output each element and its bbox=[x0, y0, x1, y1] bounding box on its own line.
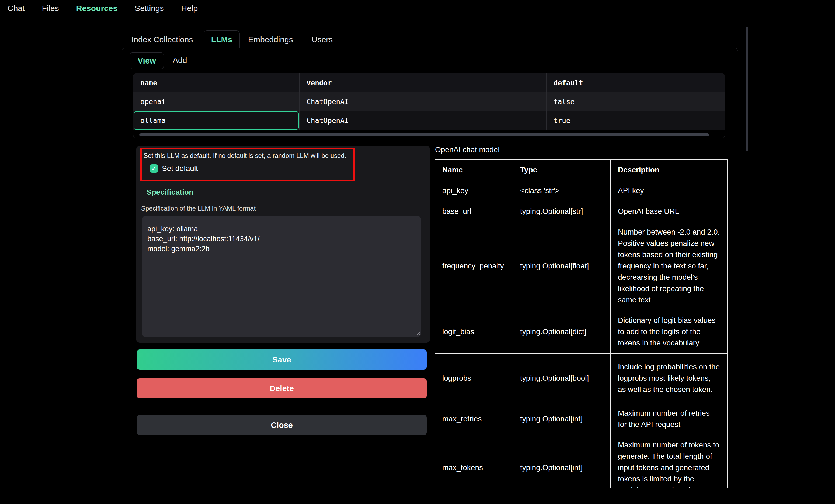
tab-index-collections[interactable]: Index Collections bbox=[131, 35, 193, 45]
param-row: base_urltyping.Optional[str]OpenAI base … bbox=[435, 201, 727, 222]
default-note-text: Set this LLM as default. If no default i… bbox=[144, 152, 354, 160]
param-name: api_key bbox=[435, 180, 513, 201]
param-header-type: Type bbox=[513, 160, 611, 180]
llm-list-grid: name vendor default openai ChatOpenAI fa… bbox=[133, 74, 725, 130]
param-description: Maximum number of tokens to generate. Th… bbox=[611, 435, 727, 488]
param-type: <class 'str'> bbox=[513, 180, 611, 201]
param-row: max_tokenstyping.Optional[int]Maximum nu… bbox=[435, 435, 727, 488]
yaml-specification-input[interactable]: api_key: ollama base_url: http://localho… bbox=[142, 216, 421, 337]
delete-button[interactable]: Delete bbox=[137, 378, 427, 398]
param-type: typing.Optional[float] bbox=[513, 222, 611, 310]
param-description: Maximum number of retries for the API re… bbox=[611, 403, 727, 435]
param-description: OpenAI base URL bbox=[611, 201, 727, 222]
param-header-description: Description bbox=[611, 160, 727, 180]
app-screen: Chat Files Resources Settings Help Index… bbox=[0, 0, 835, 504]
llm-row-openai-default[interactable]: false bbox=[546, 92, 725, 111]
tab-llms-label: LLMs bbox=[211, 35, 232, 44]
tab-users[interactable]: Users bbox=[312, 35, 333, 45]
llm-row-openai-name[interactable]: openai bbox=[133, 92, 299, 111]
model-info-table: Name Type Description api_key<class 'str… bbox=[435, 160, 728, 488]
param-row: max_retriestyping.Optional[int]Maximum n… bbox=[435, 403, 727, 435]
tab-llms[interactable]: LLMs bbox=[204, 30, 240, 48]
specification-caption: Specification of the LLM in YAML format bbox=[141, 205, 256, 212]
llm-row-openai-vendor[interactable]: ChatOpenAI bbox=[299, 92, 546, 111]
param-type: typing.Optional[int] bbox=[513, 435, 611, 488]
nav-item-settings[interactable]: Settings bbox=[135, 4, 164, 13]
param-row: logprobstyping.Optional[bool]Include log… bbox=[435, 353, 727, 403]
param-name: logprobs bbox=[435, 353, 513, 403]
param-description: API key bbox=[611, 180, 727, 201]
param-name: frequency_penalty bbox=[435, 222, 513, 310]
param-row: api_key<class 'str'>API key bbox=[435, 180, 727, 201]
param-description: Include log probabilities on the logprob… bbox=[611, 353, 727, 403]
param-header-row: Name Type Description bbox=[435, 160, 727, 180]
model-info-title: OpenAI chat model bbox=[435, 145, 500, 154]
nav-item-chat[interactable]: Chat bbox=[7, 4, 24, 13]
llm-col-header-vendor: vendor bbox=[299, 74, 546, 92]
page-vertical-scrollbar-thumb[interactable] bbox=[746, 27, 748, 151]
llm-list-table: name vendor default openai ChatOpenAI fa… bbox=[133, 73, 725, 139]
param-row: frequency_penaltytyping.Optional[float]N… bbox=[435, 222, 727, 310]
subtab-view-label: View bbox=[138, 56, 156, 65]
set-default-checkbox[interactable] bbox=[150, 164, 158, 173]
specification-heading: Specification bbox=[146, 188, 194, 196]
param-name: logit_bias bbox=[435, 310, 513, 353]
top-navigation: Chat Files Resources Settings Help bbox=[0, 0, 835, 17]
save-button[interactable]: Save bbox=[137, 350, 427, 370]
set-default-label: Set default bbox=[162, 164, 198, 173]
table-horizontal-scrollbar-thumb[interactable] bbox=[139, 133, 709, 136]
subtab-view[interactable]: View bbox=[129, 52, 164, 69]
param-description: Number between -2.0 and 2.0. Positive va… bbox=[611, 222, 727, 310]
close-button[interactable]: Close bbox=[137, 415, 427, 435]
llm-row-ollama-name[interactable]: ollama bbox=[133, 111, 299, 130]
model-info-table-wrapper: Name Type Description api_key<class 'str… bbox=[435, 160, 729, 488]
param-name: max_tokens bbox=[435, 435, 513, 488]
llm-col-header-default: default bbox=[546, 74, 725, 92]
param-row: logit_biastyping.Optional[dict]Dictionar… bbox=[435, 310, 727, 353]
param-name: base_url bbox=[435, 201, 513, 222]
param-description: Dictionary of logit bias values to add t… bbox=[611, 310, 727, 353]
param-header-name: Name bbox=[435, 160, 513, 180]
llm-row-ollama-default[interactable]: true bbox=[546, 111, 725, 130]
subtab-add[interactable]: Add bbox=[172, 56, 187, 65]
llm-row-ollama-vendor[interactable]: ChatOpenAI bbox=[299, 111, 546, 130]
nav-item-help[interactable]: Help bbox=[181, 4, 198, 13]
param-name: max_retries bbox=[435, 403, 513, 435]
param-type: typing.Optional[int] bbox=[513, 403, 611, 435]
llm-col-header-name: name bbox=[133, 74, 299, 92]
llm-row-ollama-name-text: ollama bbox=[140, 117, 166, 125]
tab-embeddings[interactable]: Embeddings bbox=[248, 35, 293, 45]
param-type: typing.Optional[bool] bbox=[513, 353, 611, 403]
nav-item-resources[interactable]: Resources bbox=[76, 4, 118, 13]
param-type: typing.Optional[str] bbox=[513, 201, 611, 222]
nav-item-files[interactable]: Files bbox=[42, 4, 59, 13]
param-type: typing.Optional[dict] bbox=[513, 310, 611, 353]
